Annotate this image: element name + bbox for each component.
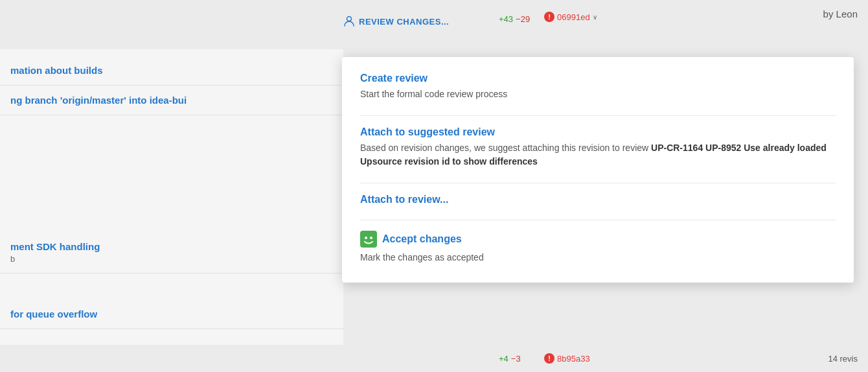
divider [360,220,836,220]
create-review-section: Create review Start the formal code revi… [360,73,836,101]
diff-minus: −29 [516,14,530,24]
commit-hash-text: 06991ed [557,12,590,22]
review-changes-dropdown: Create review Start the formal code revi… [342,57,854,283]
commit-error-icon: ! [544,12,554,22]
svg-point-2 [365,237,367,239]
create-review-title: Create review [360,73,428,84]
bottom-revisions-label: 14 revis [828,354,858,364]
by-leon-text: by Leon [823,8,858,19]
attach-suggested-section: Attach to suggested review Based on revi… [360,126,836,169]
list-item: mation about builds [0,56,343,86]
diff-stats: +43 −29 [499,14,530,24]
list-item-title[interactable]: for queue overflow [10,308,333,320]
review-changes-icon [343,16,355,27]
divider [360,115,836,116]
bottom-diff-plus: +4 [499,354,508,364]
accept-changes-desc: Mark the changes as accepted [360,251,836,264]
chevron-down-icon: ∨ [593,14,597,21]
attach-review-button[interactable]: Attach to review... [360,194,836,205]
svg-point-3 [370,237,372,239]
accept-changes-button[interactable]: Accept changes [360,231,836,248]
bottom-diff-minus: −3 [511,354,521,364]
review-changes-button[interactable]: REVIEW CHANGES... [337,12,455,31]
bottom-commit-hash: 8b95a33 [557,354,590,364]
list-item-title[interactable]: mation about builds [10,65,333,76]
bottom-error-icon: ! [544,353,554,364]
attach-suggested-desc: Based on revision changes, we suggest at… [360,141,836,169]
list-item-sub: b [10,254,333,264]
accept-changes-title: Accept changes [382,233,462,245]
svg-rect-1 [360,231,377,248]
bottom-bar: +4 −3 ! 8b95a33 14 revis [0,345,868,372]
attach-review-title: Attach to review... [360,194,448,205]
attach-suggested-title: Attach to suggested review [360,126,495,138]
attach-suggested-button[interactable]: Attach to suggested review [360,126,836,138]
diff-plus: +43 [499,14,513,24]
by-leon-label: by Leon [823,0,858,27]
main-content-list: mation about builds ng branch 'origin/ma… [0,49,343,372]
list-item-title[interactable]: ng branch 'origin/master' into idea-bui [10,95,333,106]
list-item: ment SDK handling b [0,232,343,273]
create-review-button[interactable]: Create review [360,73,836,84]
bottom-commit-id[interactable]: ! 8b95a33 [544,353,590,364]
create-review-desc: Start the formal code review process [360,87,836,101]
list-item-title[interactable]: ment SDK handling [10,241,333,252]
svg-point-0 [347,17,352,21]
review-changes-label: REVIEW CHANGES... [359,17,449,27]
accept-changes-section: Accept changes Mark the changes as accep… [360,231,836,264]
list-item: for queue overflow [0,299,343,329]
accept-changes-icon [360,231,377,248]
bottom-diff-stats: +4 −3 [499,354,521,364]
divider [360,183,836,183]
commit-id-button[interactable]: ! 06991ed ∨ [544,12,597,22]
attach-suggested-desc-before: Based on revision changes, we suggest at… [360,143,651,153]
list-item: ng branch 'origin/master' into idea-bui [0,86,343,115]
attach-review-section: Attach to review... [360,194,836,205]
